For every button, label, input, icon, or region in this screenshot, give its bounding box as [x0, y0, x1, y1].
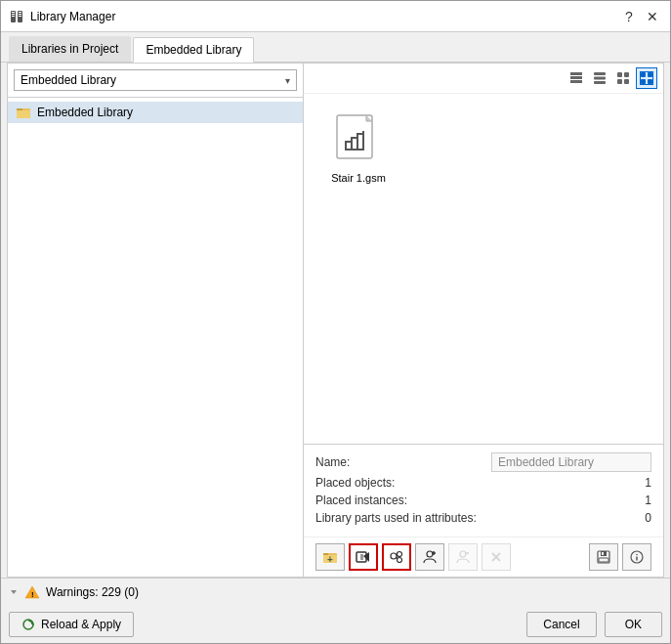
- reload-icon: [21, 618, 35, 631]
- add-element-button[interactable]: [415, 543, 444, 571]
- placed-instances-value: 1: [491, 494, 651, 507]
- svg-point-48: [427, 551, 433, 557]
- placed-objects-value: 1: [491, 476, 651, 490]
- svg-rect-32: [356, 135, 358, 150]
- info-button[interactable]: [622, 543, 651, 571]
- add-bimcloud-icon: [389, 549, 404, 565]
- svg-rect-28: [351, 137, 356, 139]
- save-button[interactable]: [589, 543, 618, 571]
- add-linked-button[interactable]: [349, 543, 378, 571]
- info-row-name: Name:: [315, 452, 651, 472]
- help-button[interactable]: ?: [619, 7, 639, 26]
- svg-rect-33: [362, 131, 364, 150]
- warning-icon: !: [24, 584, 40, 600]
- svg-point-45: [398, 558, 402, 563]
- svg-text:+: +: [327, 554, 333, 565]
- tree-area: Embedded Library: [8, 98, 303, 577]
- warnings-section[interactable]: ! Warnings: 229 (0): [9, 584, 662, 600]
- title-bar: Library Manager ? ✕: [1, 1, 670, 32]
- view-toolbar: [304, 64, 663, 94]
- library-parts-label: Library parts used in attributes:: [315, 511, 491, 525]
- dropdown-bar: Embedded Library ▾: [8, 64, 303, 98]
- add-folder-button[interactable]: +: [315, 543, 345, 571]
- name-input[interactable]: [491, 452, 651, 472]
- svg-rect-13: [570, 80, 582, 83]
- tab-libraries-in-project[interactable]: Libraries in Project: [9, 36, 131, 62]
- svg-point-44: [398, 552, 402, 557]
- large-view-icon: [640, 71, 653, 85]
- cancel-button[interactable]: Cancel: [526, 612, 596, 637]
- library-parts-value: 0: [491, 511, 651, 525]
- view-detail-button[interactable]: [566, 67, 587, 89]
- add-folder-icon: +: [322, 549, 338, 565]
- svg-marker-62: [11, 590, 17, 594]
- file-item-stair[interactable]: Stair 1.gsm: [319, 109, 398, 188]
- svg-rect-12: [570, 76, 582, 79]
- svg-point-51: [460, 551, 466, 557]
- close-button[interactable]: ✕: [643, 7, 662, 26]
- svg-rect-7: [19, 16, 21, 17]
- placed-objects-label: Placed objects:: [315, 476, 491, 490]
- svg-point-60: [636, 554, 638, 556]
- svg-rect-20: [624, 79, 629, 84]
- svg-rect-3: [12, 14, 15, 15]
- expand-triangle-icon: [9, 587, 19, 597]
- reload-apply-button[interactable]: Reload & Apply: [9, 612, 134, 637]
- file-name: Stair 1.gsm: [331, 172, 386, 184]
- info-icon: [629, 549, 645, 565]
- add-element-icon: [422, 549, 438, 565]
- svg-point-43: [391, 553, 397, 559]
- svg-rect-27: [345, 141, 351, 143]
- detail-view-icon: [569, 71, 583, 85]
- svg-rect-4: [12, 16, 15, 17]
- delete-button[interactable]: [482, 543, 511, 571]
- gsm-file-icon: [335, 113, 382, 168]
- footer-bar: Reload & Apply Cancel OK: [1, 606, 670, 643]
- svg-rect-5: [19, 12, 21, 13]
- svg-text:!: !: [31, 590, 34, 599]
- info-row-placed-instances: Placed instances: 1: [315, 494, 651, 507]
- placed-instances-label: Placed instances:: [315, 494, 491, 507]
- svg-rect-14: [594, 72, 606, 75]
- main-content: Embedded Library ▾ Embedded Library: [7, 63, 664, 578]
- svg-rect-57: [599, 558, 608, 562]
- svg-rect-9: [17, 108, 22, 110]
- add-bimcloud-button[interactable]: [382, 543, 411, 571]
- app-icon: [9, 9, 24, 24]
- title-bar-left: Library Manager: [9, 9, 115, 24]
- info-panel: Name: Placed objects: 1 Placed instances…: [304, 444, 663, 537]
- ok-button[interactable]: OK: [605, 612, 662, 637]
- warnings-bar: ! Warnings: 229 (0): [1, 578, 670, 606]
- add-linked-icon: [356, 549, 371, 565]
- window-title: Library Manager: [30, 10, 115, 23]
- svg-rect-2: [12, 12, 15, 13]
- svg-rect-22: [641, 72, 646, 77]
- warnings-text: Warnings: 229 (0): [46, 585, 139, 599]
- action-toolbar: +: [304, 537, 663, 577]
- file-area: Stair 1.gsm: [304, 94, 663, 444]
- tree-item-embedded-library[interactable]: Embedded Library: [8, 102, 303, 123]
- view-large-button[interactable]: [636, 67, 657, 89]
- svg-rect-17: [617, 72, 622, 77]
- svg-rect-29: [356, 133, 362, 135]
- view-grid-button[interactable]: [612, 67, 634, 89]
- svg-rect-34: [345, 149, 364, 150]
- svg-rect-10: [17, 110, 30, 118]
- svg-rect-18: [624, 72, 629, 77]
- svg-rect-19: [617, 79, 622, 84]
- delete-icon: [488, 549, 504, 565]
- chevron-down-icon: ▾: [285, 75, 290, 86]
- svg-rect-6: [19, 14, 21, 15]
- svg-rect-16: [594, 81, 606, 84]
- svg-line-46: [397, 555, 398, 556]
- right-panel: Stair 1.gsm Name: Placed objects: 1 Plac…: [304, 64, 663, 577]
- library-dropdown[interactable]: Embedded Library ▾: [14, 69, 297, 91]
- title-bar-controls: ? ✕: [619, 7, 662, 26]
- tab-embedded-library[interactable]: Embedded Library: [133, 37, 254, 63]
- svg-rect-24: [641, 79, 646, 84]
- svg-rect-25: [648, 79, 652, 84]
- remove-button[interactable]: [448, 543, 478, 571]
- view-list-button[interactable]: [589, 67, 610, 89]
- svg-rect-15: [594, 77, 606, 80]
- left-panel: Embedded Library ▾ Embedded Library: [8, 64, 304, 577]
